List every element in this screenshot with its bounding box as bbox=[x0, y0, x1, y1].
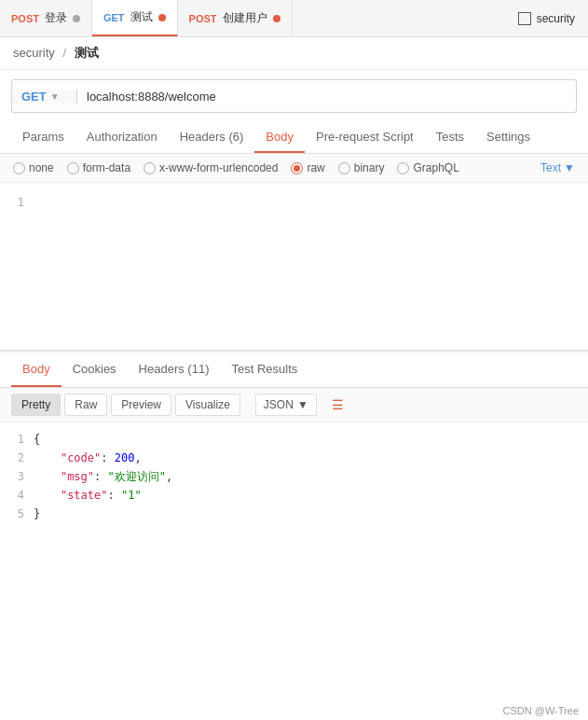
radio-label-urlencoded: x-www-form-urlencoded bbox=[159, 161, 278, 174]
tab-test[interactable]: GET 测试 bbox=[92, 0, 178, 36]
view-visualize[interactable]: Visualize bbox=[175, 394, 240, 416]
json-lineno-2: 2 bbox=[0, 449, 34, 467]
square-icon bbox=[518, 12, 531, 25]
method-label: GET bbox=[21, 90, 47, 104]
radio-none[interactable]: none bbox=[13, 161, 54, 174]
text-format-label: Text bbox=[540, 161, 561, 174]
request-tabs: Params Authorization Headers (6) Body Pr… bbox=[0, 122, 588, 154]
tab-security[interactable]: security bbox=[505, 0, 588, 36]
format-select-label: JSON bbox=[264, 398, 294, 411]
json-code-3: "msg": "欢迎访问", bbox=[34, 467, 172, 486]
tab-label-login: 登录 bbox=[45, 10, 67, 26]
breadcrumb-parent[interactable]: security bbox=[13, 46, 55, 60]
tab-settings[interactable]: Settings bbox=[475, 122, 541, 153]
line-numbers: 1 bbox=[0, 190, 34, 342]
tab-dot-test bbox=[158, 14, 166, 21]
radio-binary[interactable]: binary bbox=[338, 161, 385, 174]
tab-dot-login bbox=[73, 15, 80, 22]
url-input[interactable] bbox=[77, 90, 576, 104]
radio-label-none: none bbox=[29, 161, 54, 174]
res-tab-cookies[interactable]: Cookies bbox=[62, 353, 128, 387]
radio-label-raw: raw bbox=[307, 161, 324, 174]
url-bar: GET ▼ bbox=[11, 79, 577, 113]
tab-label-create: 创建用户 bbox=[223, 10, 267, 26]
tab-label-test: 测试 bbox=[130, 9, 153, 25]
text-format-dropdown[interactable]: Text ▼ bbox=[540, 161, 575, 174]
method-select[interactable]: GET ▼ bbox=[12, 90, 77, 104]
tab-prerequest[interactable]: Pre-request Script bbox=[305, 122, 425, 153]
view-pretty[interactable]: Pretty bbox=[11, 394, 61, 416]
tab-tests[interactable]: Tests bbox=[425, 122, 475, 153]
tab-method-get-test: GET bbox=[103, 12, 125, 23]
json-lineno-1: 1 bbox=[0, 430, 34, 449]
tab-method-post-login: POST bbox=[11, 13, 39, 24]
json-code-1: { bbox=[34, 430, 40, 449]
format-select-dropdown[interactable]: JSON ▼ bbox=[255, 394, 317, 416]
radio-label-binary: binary bbox=[354, 161, 385, 174]
tab-headers[interactable]: Headers (6) bbox=[169, 122, 255, 153]
radio-urlencoded[interactable]: x-www-form-urlencoded bbox=[144, 161, 278, 174]
json-lineno-3: 3 bbox=[0, 467, 34, 486]
tab-body[interactable]: Body bbox=[254, 122, 305, 153]
top-tabs-bar: POST 登录 GET 测试 POST 创建用户 security bbox=[0, 0, 588, 37]
json-line-1: 1 { bbox=[0, 430, 588, 449]
res-tab-headers[interactable]: Headers (11) bbox=[128, 353, 221, 387]
wrap-button[interactable]: ☰ bbox=[326, 394, 349, 416]
radio-circle-none bbox=[13, 162, 25, 174]
radio-circle-binary bbox=[338, 162, 350, 174]
radio-circle-raw bbox=[291, 162, 303, 174]
radio-graphql[interactable]: GraphQL bbox=[397, 161, 458, 174]
json-code-2: "code": 200, bbox=[34, 449, 142, 467]
radio-circle-urlencoded bbox=[144, 162, 156, 174]
json-response-area: 1 { 2 "code": 200, 3 "msg": "欢迎访问", 4 "s… bbox=[0, 422, 588, 534]
tab-authorization[interactable]: Authorization bbox=[75, 122, 169, 153]
response-tabs: Body Cookies Headers (11) Test Results bbox=[0, 353, 588, 388]
tab-params[interactable]: Params bbox=[11, 122, 75, 153]
radio-label-graphql: GraphQL bbox=[413, 161, 458, 174]
chevron-down-icon: ▼ bbox=[50, 91, 60, 102]
response-toolbar: Pretty Raw Preview Visualize JSON ▼ ☰ bbox=[0, 388, 588, 422]
json-line-4: 4 "state": "1" bbox=[0, 486, 588, 505]
chevron-down-icon-format: ▼ bbox=[297, 398, 308, 411]
tab-dot-create bbox=[273, 15, 280, 22]
view-preview[interactable]: Preview bbox=[111, 394, 171, 416]
json-line-3: 3 "msg": "欢迎访问", bbox=[0, 467, 588, 486]
res-tab-body[interactable]: Body bbox=[11, 353, 62, 387]
tab-create-user[interactable]: POST 创建用户 bbox=[178, 0, 293, 36]
radio-circle-formdata bbox=[67, 162, 79, 174]
json-code-5: } bbox=[34, 505, 40, 523]
chevron-down-icon-text: ▼ bbox=[564, 161, 575, 174]
breadcrumb: security / 测试 bbox=[0, 37, 588, 70]
radio-circle-graphql bbox=[397, 162, 409, 174]
json-code-4: "state": "1" bbox=[34, 486, 142, 505]
tab-method-post-create: POST bbox=[189, 13, 217, 24]
security-label: security bbox=[537, 12, 575, 25]
breadcrumb-current: 测试 bbox=[75, 46, 99, 60]
body-options: none form-data x-www-form-urlencoded raw… bbox=[0, 154, 588, 183]
view-raw[interactable]: Raw bbox=[64, 394, 107, 416]
radio-formdata[interactable]: form-data bbox=[67, 161, 130, 174]
tab-login[interactable]: POST 登录 bbox=[0, 0, 92, 36]
request-body-editor: 1 bbox=[0, 183, 588, 351]
json-lineno-4: 4 bbox=[0, 486, 34, 505]
breadcrumb-sep: / bbox=[62, 46, 66, 60]
radio-raw[interactable]: raw bbox=[291, 161, 324, 174]
request-body-input[interactable] bbox=[34, 190, 588, 342]
json-line-2: 2 "code": 200, bbox=[0, 449, 588, 467]
response-section: Body Cookies Headers (11) Test Results P… bbox=[0, 351, 588, 534]
json-line-5: 5 } bbox=[0, 505, 588, 523]
res-tab-results[interactable]: Test Results bbox=[220, 353, 308, 387]
json-lineno-5: 5 bbox=[0, 505, 34, 523]
radio-label-formdata: form-data bbox=[83, 161, 130, 174]
